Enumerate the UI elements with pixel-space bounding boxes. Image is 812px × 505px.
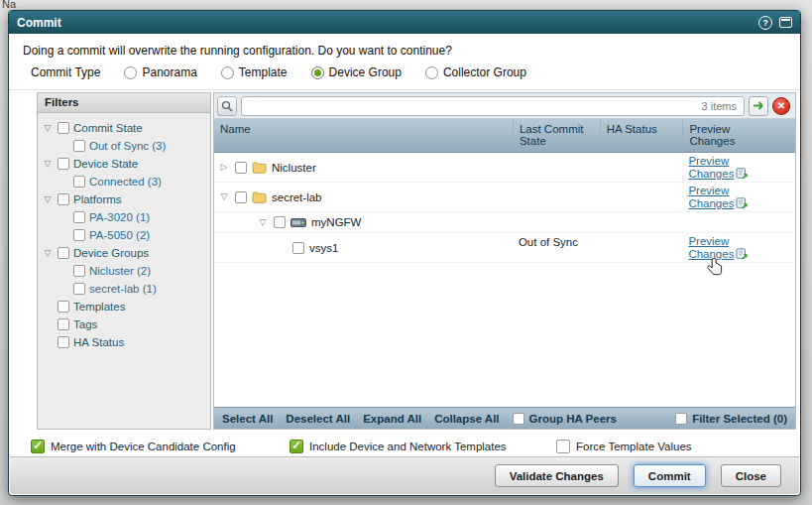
filter-checkbox[interactable] — [73, 283, 85, 295]
row-checkbox[interactable] — [235, 162, 247, 174]
filter-group-platforms[interactable]: ▽ Platforms — [42, 190, 206, 208]
divider — [9, 89, 800, 90]
cell-last-commit-state: Out of Sync — [513, 233, 600, 262]
collapse-all-button[interactable]: Collapse All — [434, 413, 499, 425]
expand-all-button[interactable]: Expand All — [363, 413, 421, 425]
include-templates-checkbox[interactable] — [290, 440, 303, 453]
filter-item-connected[interactable]: Connected (3) — [42, 173, 206, 190]
collapse-row-icon[interactable]: ▽ — [218, 192, 230, 201]
search-icon[interactable] — [217, 96, 237, 116]
filter-label[interactable]: Platforms — [73, 193, 122, 205]
filter-label[interactable]: Out of Sync (3) — [89, 140, 166, 152]
collapse-row-icon[interactable]: ▽ — [257, 218, 269, 227]
validate-changes-button[interactable]: Validate Changes — [495, 464, 619, 487]
filter-item-pa3020[interactable]: PA-3020 (1) — [42, 208, 206, 226]
filter-item-out-of-sync[interactable]: Out of Sync (3) — [42, 137, 206, 155]
filter-item-secret-lab[interactable]: secret-lab (1) — [42, 280, 206, 298]
include-templates-option[interactable]: Include Device and Network Templates — [290, 439, 507, 454]
table-row-secret-lab[interactable]: ▽ secret-lab Preview Changes — [214, 183, 795, 212]
chevron-down-icon[interactable]: ▽ — [42, 195, 54, 204]
commit-button[interactable]: Commit — [634, 464, 706, 487]
search-input[interactable] — [241, 96, 745, 116]
filter-label[interactable]: Connected (3) — [89, 176, 162, 188]
column-header-last-commit-state[interactable]: Last Commit State — [513, 119, 600, 152]
filter-checkbox[interactable] — [58, 122, 69, 134]
force-template-values-option[interactable]: Force Template Values — [556, 439, 692, 454]
radio-collector-group[interactable]: Collector Group — [425, 65, 526, 79]
filter-checkbox[interactable] — [58, 301, 69, 313]
filter-group-device-groups[interactable]: ▽ Device Groups — [42, 244, 206, 262]
filter-group-device-state[interactable]: ▽ Device State — [42, 155, 206, 173]
filter-label[interactable]: Commit State — [73, 122, 143, 134]
group-ha-peers-option[interactable]: Group HA Peers — [513, 413, 617, 425]
filter-selected-label: Filter Selected (0) — [692, 413, 787, 425]
filter-selected-option[interactable]: Filter Selected (0) — [675, 413, 787, 425]
preview-changes-link[interactable]: Preview Changes — [688, 235, 748, 260]
filter-label[interactable]: Templates — [73, 301, 125, 313]
radio-icon-selected[interactable] — [311, 66, 324, 79]
help-icon[interactable]: ? — [758, 16, 772, 30]
filter-label[interactable]: Nicluster (2) — [89, 265, 151, 277]
radio-icon[interactable] — [124, 66, 137, 79]
filter-group-templates[interactable]: Templates — [42, 298, 206, 316]
radio-template[interactable]: Template — [221, 65, 288, 79]
close-button[interactable]: Close — [721, 464, 781, 487]
filter-checkbox[interactable] — [73, 229, 85, 241]
force-template-values-checkbox[interactable] — [556, 440, 570, 453]
filter-checkbox[interactable] — [73, 140, 85, 152]
filter-checkbox[interactable] — [73, 265, 85, 277]
apply-filter-arrow-button[interactable] — [749, 96, 768, 116]
radio-panorama[interactable]: Panorama — [124, 65, 196, 79]
select-all-button[interactable]: Select All — [222, 413, 273, 425]
filter-label[interactable]: HA Status — [73, 336, 124, 348]
window-icon[interactable] — [779, 17, 792, 28]
device-table-panel: 3 items ✕ Name Last Commit State HA Stat… — [213, 92, 796, 430]
table-row-myngfw[interactable]: ▽ myNGFW — [214, 212, 795, 233]
filter-checkbox[interactable] — [58, 247, 69, 259]
filter-label[interactable]: Device State — [73, 158, 138, 170]
radio-icon[interactable] — [425, 66, 438, 79]
deselect-all-button[interactable]: Deselect All — [286, 413, 350, 425]
column-header-preview-changes[interactable]: Preview Changes — [682, 119, 795, 152]
filter-label[interactable]: Device Groups — [73, 247, 149, 259]
filter-group-commit-state[interactable]: ▽ Commit State — [42, 119, 206, 137]
filter-item-nicluster[interactable]: Nicluster (2) — [42, 262, 206, 280]
filter-checkbox[interactable] — [58, 158, 69, 170]
clear-filter-button[interactable]: ✕ — [772, 97, 790, 115]
chevron-down-icon[interactable]: ▽ — [42, 249, 54, 258]
preview-changes-link[interactable]: Preview Changes — [688, 155, 748, 180]
filter-checkbox[interactable] — [58, 193, 69, 205]
chevron-down-icon[interactable]: ▽ — [42, 124, 54, 133]
merge-device-candidate-checkbox[interactable] — [31, 440, 45, 453]
filter-checkbox[interactable] — [58, 336, 69, 348]
radio-icon[interactable] — [221, 66, 234, 79]
filters-tree: ▽ Commit State Out of Sync (3) ▽ Device … — [38, 113, 210, 357]
expand-row-icon[interactable]: ▷ — [218, 163, 230, 172]
filter-checkbox[interactable] — [73, 176, 85, 188]
column-header-name[interactable]: Name — [214, 119, 513, 152]
filter-label[interactable]: PA-3020 (1) — [89, 211, 150, 223]
preview-changes-link[interactable]: Preview Changes — [688, 185, 748, 209]
commit-type-row: Commit Type Panorama Template Device Gro… — [31, 65, 526, 79]
filter-label[interactable]: Tags — [73, 318, 97, 330]
chevron-down-icon[interactable]: ▽ — [42, 160, 54, 169]
option-label: Force Template Values — [576, 441, 692, 452]
filter-group-ha-status[interactable]: HA Status — [42, 333, 206, 351]
merge-device-candidate-option[interactable]: Merge with Device Candidate Config — [31, 439, 236, 454]
row-checkbox[interactable] — [292, 242, 304, 254]
row-name: vsys1 — [309, 242, 338, 254]
filter-label[interactable]: secret-lab (1) — [89, 283, 157, 295]
table-row-nicluster[interactable]: ▷ Nicluster Preview Changes — [214, 153, 795, 183]
table-row-vsys1[interactable]: vsys1 Out of Sync Preview Changes — [214, 233, 795, 263]
filter-group-tags[interactable]: Tags — [42, 316, 206, 333]
filter-item-pa5050[interactable]: PA-5050 (2) — [42, 226, 206, 244]
radio-device-group[interactable]: Device Group — [311, 65, 402, 79]
filter-checkbox[interactable] — [73, 211, 85, 223]
filter-label[interactable]: PA-5050 (2) — [89, 229, 150, 241]
row-checkbox[interactable] — [235, 191, 247, 203]
filter-checkbox[interactable] — [58, 318, 69, 330]
row-checkbox[interactable] — [274, 216, 286, 228]
filter-selected-checkbox[interactable] — [675, 413, 687, 425]
group-ha-peers-checkbox[interactable] — [513, 413, 524, 425]
column-header-ha-status[interactable]: HA Status — [600, 119, 683, 152]
